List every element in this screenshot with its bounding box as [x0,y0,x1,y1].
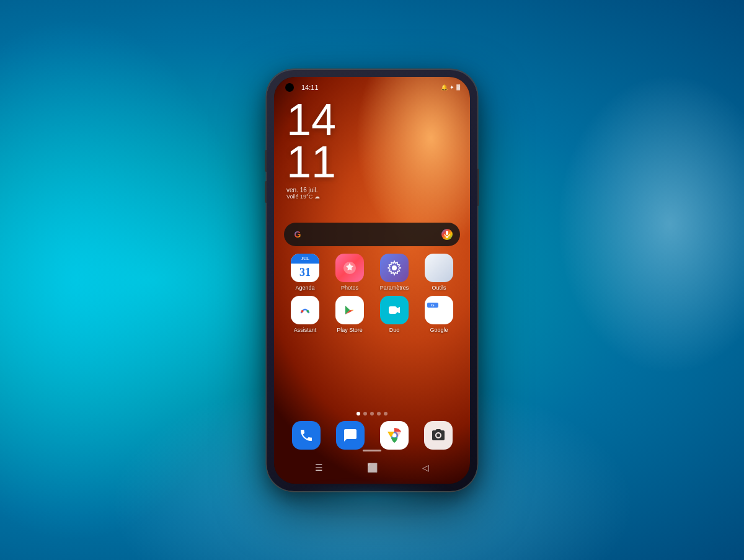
app-icon-agenda: JUL 31 [291,254,319,282]
svg-point-6 [301,310,304,313]
status-time: 14:11 [301,84,319,91]
app-icon-duo [380,296,409,324]
dock-icon-messages [336,421,365,450]
app-label-parametres: Paramètres [380,285,409,291]
app-item-agenda[interactable]: JUL 31 Agenda [284,254,326,291]
app-label-playstore: Play Store [337,327,363,333]
nav-menu-icon[interactable]: ☰ [315,463,323,473]
status-bar: 14:11 🔔 ✦ ▓ [274,77,470,94]
dock-item-camera[interactable] [424,421,453,450]
status-icons: 🔔 ✦ ▓ [441,84,460,91]
search-bar[interactable]: G [284,223,460,246]
svg-point-7 [307,310,309,313]
app-icon-assistant [291,296,319,324]
app-item-parametres[interactable]: Paramètres [373,254,415,291]
app-label-agenda: Agenda [295,285,314,291]
app-icon-google: G [425,296,453,324]
app-item-google[interactable]: G Google [418,296,460,333]
app-icon-outils [425,254,453,282]
page-dot-2 [370,412,374,416]
app-label-google: Google [430,327,448,333]
nav-bar: ☰ ⬜ ◁ [274,459,470,478]
phone-screen: 14:11 🔔 ✦ ▓ 14 11 ven. 16 juil. Voilé 19… [274,77,470,484]
google-g-icon: G [291,228,304,241]
app-item-photos[interactable]: Photos [329,254,371,291]
app-grid: JUL 31 Agenda Photos [284,254,460,333]
clock-minute: 11 [286,141,336,183]
phone-body: 14:11 🔔 ✦ ▓ 14 11 ven. 16 juil. Voilé 19… [267,69,477,491]
app-icon-playstore [335,296,364,324]
mic-icon[interactable] [441,229,453,240]
battery-icon: ▓ [456,84,460,90]
page-dot-4 [384,412,388,416]
clock-hour: 14 [286,99,336,141]
clock-date: ven. 16 juil. [286,187,336,193]
phone-mockup: 14:11 🔔 ✦ ▓ 14 11 ven. 16 juil. Voilé 19… [267,69,477,491]
svg-point-15 [436,433,440,437]
camera-hole [285,83,294,92]
svg-point-4 [392,265,397,270]
app-item-assistant[interactable]: Assistant [284,296,326,333]
dock-item-messages[interactable] [336,421,365,450]
dock-icon-phone [292,421,321,450]
app-label-outils: Outils [432,285,446,291]
clock-weather: Voilé 19°C ☁ [286,193,336,200]
phone-reflection [285,485,459,510]
app-icon-parametres [380,254,409,282]
app-item-playstore[interactable]: Play Store [329,296,371,333]
home-indicator [363,450,381,451]
dock [284,421,460,450]
nav-home-icon[interactable]: ⬜ [367,463,378,473]
dock-icon-chrome [380,421,409,450]
clock-widget: 14 11 ven. 16 juil. Voilé 19°C ☁ [286,99,336,200]
page-dot-1 [363,412,367,416]
page-dots [274,412,470,416]
dock-item-phone[interactable] [292,421,321,450]
app-label-assistant: Assistant [294,327,317,333]
svg-rect-0 [446,231,448,235]
page-dot-3 [377,412,381,416]
app-item-outils[interactable]: Outils [418,254,460,291]
dock-item-chrome[interactable] [380,421,409,450]
app-label-photos: Photos [341,285,358,291]
app-item-duo[interactable]: Duo [373,296,415,333]
bluetooth-icon: ✦ [450,84,454,91]
dock-icon-camera [424,421,453,450]
page-dot-0 [356,412,360,416]
notification-icon: 🔔 [441,84,448,91]
app-icon-photos [335,254,364,282]
nav-back-icon[interactable]: ◁ [422,463,429,473]
app-label-duo: Duo [389,327,400,333]
svg-rect-11 [389,306,397,314]
